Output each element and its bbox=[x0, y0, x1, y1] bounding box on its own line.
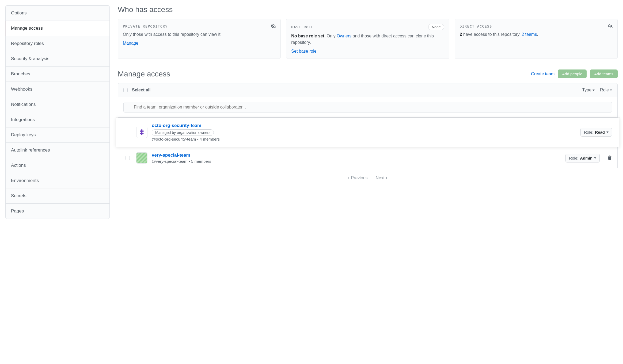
base-role-strong: No base role set. bbox=[291, 34, 325, 38]
sidebar-item-autolink-references[interactable]: Autolink references bbox=[6, 143, 109, 158]
sidebar-item-integrations[interactable]: Integrations bbox=[6, 112, 109, 127]
team-avatar bbox=[136, 152, 147, 164]
sidebar-item-actions[interactable]: Actions bbox=[6, 158, 109, 173]
team-managed-badge: Managed by organization owners bbox=[152, 129, 214, 136]
caret-down-icon bbox=[606, 131, 609, 133]
add-teams-button[interactable]: Add teams bbox=[590, 69, 618, 78]
owners-link[interactable]: Owners bbox=[337, 34, 351, 38]
sidebar-item-security-analysis[interactable]: Security & analysis bbox=[6, 51, 109, 67]
select-all-label: Select all bbox=[132, 88, 150, 92]
manage-access-actions: Create team Add people Add teams bbox=[531, 69, 618, 78]
caret-down-icon bbox=[594, 157, 596, 159]
create-team-link[interactable]: Create team bbox=[531, 72, 554, 76]
settings-sidebar: Options Manage access Repository roles S… bbox=[5, 5, 110, 219]
add-people-button[interactable]: Add people bbox=[558, 69, 587, 78]
team-row-checkbox[interactable] bbox=[126, 156, 130, 160]
sidebar-item-manage-access[interactable]: Manage access bbox=[6, 21, 109, 36]
eye-off-icon bbox=[271, 24, 276, 29]
main-content: Who has access PRIVATE REPOSITORY Only t… bbox=[118, 5, 618, 219]
set-base-role-link[interactable]: Set base role bbox=[291, 49, 316, 53]
access-list-header: Select all Type Role bbox=[118, 83, 617, 97]
role-dropdown[interactable]: Role: Admin bbox=[565, 154, 600, 162]
team-meta: @octo-org-security-team • 4 members bbox=[152, 137, 576, 141]
sidebar-item-environments[interactable]: Environments bbox=[6, 173, 109, 188]
role-dropdown[interactable]: Role: Read bbox=[580, 128, 612, 137]
private-repo-card-text: Only those with access to this repositor… bbox=[123, 31, 276, 38]
team-row: very-special-team @very-special-team • 5… bbox=[118, 147, 617, 169]
search-input[interactable] bbox=[123, 102, 612, 113]
pagination: Previous Next bbox=[118, 169, 618, 182]
direct-access-card-text: 2 have access to this repository. 2 team… bbox=[460, 31, 613, 38]
pagination-previous[interactable]: Previous bbox=[347, 176, 367, 180]
trash-icon[interactable] bbox=[607, 156, 612, 160]
direct-access-card: DIRECT ACCESS 2 have access to this repo… bbox=[455, 19, 618, 59]
private-repo-card: PRIVATE REPOSITORY Only those with acces… bbox=[118, 19, 281, 59]
type-filter[interactable]: Type bbox=[582, 88, 595, 92]
base-role-card-title: BASE ROLE bbox=[291, 25, 314, 29]
sidebar-item-webhooks[interactable]: Webhooks bbox=[6, 82, 109, 97]
access-cards: PRIVATE REPOSITORY Only those with acces… bbox=[118, 19, 618, 59]
sidebar-item-deploy-keys[interactable]: Deploy keys bbox=[6, 127, 109, 143]
role-filter[interactable]: Role bbox=[600, 88, 612, 92]
team-row: octo-org-security-team Managed by organi… bbox=[116, 118, 620, 147]
base-role-badge: None bbox=[428, 24, 444, 30]
caret-down-icon bbox=[610, 90, 612, 91]
manage-access-title: Manage access bbox=[118, 70, 170, 78]
sidebar-item-options[interactable]: Options bbox=[6, 6, 109, 21]
access-list-panel: Select all Type Role bbox=[118, 83, 618, 169]
pagination-next[interactable]: Next bbox=[376, 176, 388, 180]
sidebar-item-repository-roles[interactable]: Repository roles bbox=[6, 36, 109, 51]
caret-down-icon bbox=[592, 90, 595, 91]
sidebar-item-branches[interactable]: Branches bbox=[6, 67, 109, 82]
who-has-access-title: Who has access bbox=[118, 5, 618, 14]
chevron-left-icon bbox=[347, 177, 350, 179]
team-avatar bbox=[136, 127, 147, 138]
team-name-link[interactable]: very-special-team bbox=[152, 153, 190, 158]
base-role-card: BASE ROLE None No base role set. Only Ow… bbox=[286, 19, 449, 59]
sidebar-item-notifications[interactable]: Notifications bbox=[6, 97, 109, 112]
private-repo-card-title: PRIVATE REPOSITORY bbox=[123, 24, 168, 28]
manage-visibility-link[interactable]: Manage bbox=[123, 41, 138, 45]
team-meta: @very-special-team • 5 members bbox=[152, 159, 561, 164]
sidebar-item-pages[interactable]: Pages bbox=[6, 204, 109, 219]
people-icon bbox=[608, 24, 613, 29]
direct-access-card-title: DIRECT ACCESS bbox=[460, 24, 492, 28]
sidebar-item-secrets[interactable]: Secrets bbox=[6, 188, 109, 204]
teams-link[interactable]: 2 teams bbox=[522, 32, 537, 37]
base-role-card-text: No base role set. Only Owners and those … bbox=[291, 33, 444, 46]
direct-access-count: 2 bbox=[460, 32, 462, 37]
select-all-checkbox[interactable] bbox=[123, 88, 128, 92]
team-name-link[interactable]: octo-org-security-team bbox=[152, 123, 201, 128]
chevron-right-icon bbox=[386, 177, 388, 179]
